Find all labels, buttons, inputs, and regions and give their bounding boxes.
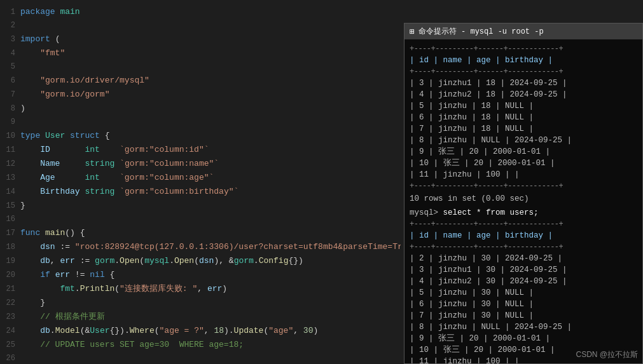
- code-line-7: 7 "gorm.io/gorm": [0, 88, 401, 102]
- code-line-12: 12 Name string `gorm:"column:name"`: [0, 157, 401, 171]
- code-line-8: 8 ): [0, 102, 401, 116]
- code-line-1: 1 package main: [0, 5, 401, 19]
- terminal-titlebar: ⊞ 命令提示符 - mysql -u root -p: [404, 24, 642, 39]
- table2-row-4: | 5 | jinzhu | 30 | NULL |: [410, 287, 637, 299]
- code-line-19: 19 db, err := gorm.Open(mysql.Open(dsn),…: [0, 254, 401, 268]
- code-line-4: 4 "fmt": [0, 46, 401, 60]
- table1-row-7: | 9 | 张三 | 20 | 2000-01-01 |: [410, 146, 637, 158]
- code-line-13: 13 Age int `gorm:"column:age"`: [0, 171, 401, 185]
- table2-row-8: | 9 | 张三 | 20 | 2000-01-01 |: [410, 333, 637, 344]
- query2: mysql> select * from users;: [410, 207, 637, 219]
- table1-divider-mid: +----+---------+------+------------+: [410, 66, 637, 78]
- code-line-23: 23 // 根据条件更新: [0, 310, 401, 324]
- table1-row-5: | 7 | jinzhu | 18 | NULL |: [410, 123, 637, 135]
- code-line-3: 3 import (: [0, 32, 401, 46]
- code-line-10: 10 type User struct {: [0, 129, 401, 143]
- table2-row-6: | 7 | jinzhu | 30 | NULL |: [410, 310, 637, 321]
- code-line-5: 5: [0, 60, 401, 74]
- table1-row-3: | 5 | jinzhu | 18 | NULL |: [410, 100, 637, 112]
- terminal-window: ⊞ 命令提示符 - mysql -u root -p +----+-------…: [404, 23, 643, 364]
- table2-row-3: | 4 | jinzhu2 | 30 | 2024-09-25 |: [410, 276, 637, 287]
- code-line-20: 20 if err != nil {: [0, 268, 401, 282]
- code-line-24: 24 db.Model(&User{}).Where("age = ?", 18…: [0, 324, 401, 338]
- table1-row-4: | 6 | jinzhu | 18 | NULL |: [410, 112, 637, 123]
- code-line-25: 25 // UPDATE users SET age=30 WHERE age=…: [0, 338, 401, 352]
- table1-row-8: | 10 | 张三 | 20 | 2000-01-01 |: [410, 158, 637, 169]
- rows-info-1: 10 rows in set (0.00 sec): [410, 193, 637, 205]
- code-line-2: 2: [0, 19, 401, 32]
- table1-divider-bot: +----+---------+------+------------+: [410, 180, 637, 192]
- table1-row-6: | 8 | jinzhu | NULL | 2024-09-25 |: [410, 135, 637, 146]
- terminal-icon: ⊞: [410, 27, 415, 37]
- terminal-body[interactable]: +----+---------+------+------------+ | i…: [404, 39, 642, 363]
- terminal-title: 命令提示符 - mysql -u root -p: [418, 26, 544, 37]
- code-line-22: 22 }: [0, 296, 401, 310]
- watermark: CSDN @拉不拉斯: [576, 349, 638, 360]
- code-line-21: 21 fmt.Println("连接数据库失败: ", err): [0, 282, 401, 296]
- code-line-26: 26: [0, 352, 401, 364]
- table1-row-1: | 3 | jinzhu1 | 18 | 2024-09-25 |: [410, 78, 637, 89]
- table2-divider-top: +----+---------+------+------------+: [410, 219, 637, 230]
- table2-header: | id | name | age | birthday |: [410, 230, 637, 241]
- code-line-11: 11 ID int `gorm:"column:id"`: [0, 143, 401, 157]
- code-line-9: 9: [0, 116, 401, 129]
- code-line-15: 15 }: [0, 199, 401, 213]
- table2-row-2: | 3 | jinzhu1 | 30 | 2024-09-25 |: [410, 264, 637, 276]
- table1-header: | id | name | age | birthday |: [410, 55, 637, 66]
- table2-row-5: | 6 | jinzhu | 30 | NULL |: [410, 299, 637, 310]
- code-line-17: 17 func main() {: [0, 226, 401, 240]
- table1-divider-top: +----+---------+------+------------+: [410, 43, 637, 55]
- table1-row-2: | 4 | jinzhu2 | 18 | 2024-09-25 |: [410, 89, 637, 100]
- code-line-14: 14 Birthday string `gorm:"column:birthda…: [0, 185, 401, 199]
- code-line-16: 16: [0, 213, 401, 226]
- table2-row-1: | 2 | jinzhu | 30 | 2024-09-25 |: [410, 253, 637, 264]
- code-editor: 1 package main 2 3 import ( 4 "fmt" 5 6 …: [0, 0, 401, 364]
- table1-row-9: | 11 | jinzhu | 100 | |: [410, 169, 637, 180]
- code-line-18: 18 dsn := "root:828924@tcp(127.0.0.1:330…: [0, 240, 401, 254]
- table2-divider-mid: +----+---------+------+------------+: [410, 241, 637, 253]
- table2-row-7: | 8 | jinzhu | NULL | 2024-09-25 |: [410, 321, 637, 333]
- code-line-6: 6 "gorm.io/driver/mysql": [0, 74, 401, 88]
